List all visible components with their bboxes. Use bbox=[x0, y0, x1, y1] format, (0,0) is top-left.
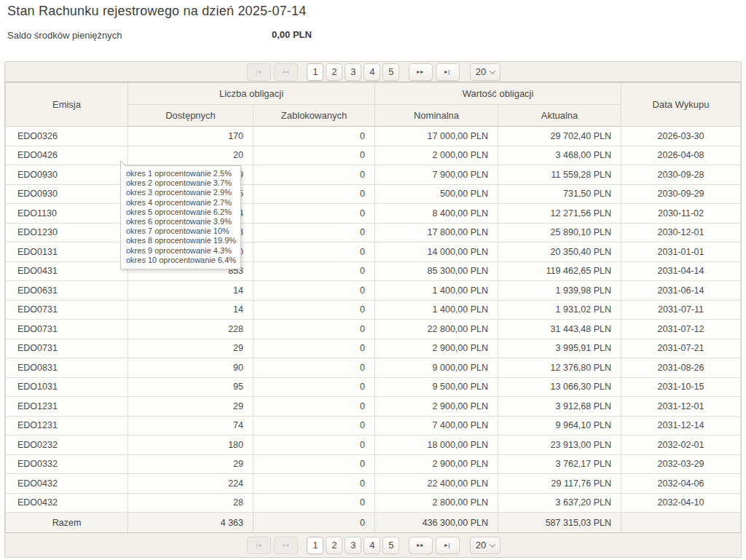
page-button-4[interactable]: 4 bbox=[364, 537, 380, 554]
page-size-dropdown[interactable]: 20 bbox=[470, 537, 500, 554]
cell-emisja: EDO1031 bbox=[6, 377, 128, 397]
seek-first-icon: |◂ bbox=[256, 68, 262, 74]
total-dostepnych: 4 363 bbox=[128, 513, 254, 533]
next-page-button[interactable]: ▸▸ bbox=[409, 537, 433, 554]
cell-zablokowanych: 0 bbox=[254, 261, 375, 281]
page-button-3[interactable]: 3 bbox=[345, 537, 361, 554]
table-row[interactable]: EDO1231 74 0 7 400,00 PLN 9 964,10 PLN 2… bbox=[6, 416, 741, 435]
cell-aktualna: 9 964,10 PLN bbox=[498, 416, 621, 435]
cell-dostepnych: 29 bbox=[128, 454, 254, 474]
cell-emisja: EDO0232 bbox=[6, 435, 128, 455]
page-size-value: 20 bbox=[476, 540, 486, 551]
tooltip-line: okres 5 oprocentowanie 6.2% bbox=[126, 208, 236, 217]
paginator-top: |◂ ◂◂ 12345 ▸▸ ▸| 20 bbox=[5, 62, 741, 82]
table-row[interactable]: EDO0731 29 0 2 900,00 PLN 3 995,91 PLN 2… bbox=[6, 339, 741, 358]
cell-data-wykupu: 2030-09-28 bbox=[621, 165, 741, 185]
page-button-2[interactable]: 2 bbox=[326, 537, 342, 554]
cell-aktualna: 119 462,65 PLN bbox=[498, 261, 621, 281]
cell-emisja: EDO0631 bbox=[6, 281, 128, 301]
page-button-5[interactable]: 5 bbox=[382, 63, 399, 81]
cell-zablokowanych: 0 bbox=[254, 377, 375, 397]
cell-data-wykupu: 2030-11-02 bbox=[621, 204, 741, 224]
table-row[interactable]: EDO1130 84 0 8 400,00 PLN 12 271,56 PLN … bbox=[6, 204, 741, 224]
total-data-wykupu bbox=[621, 513, 741, 533]
first-page-button[interactable]: |◂ bbox=[247, 537, 271, 554]
tooltip-line: okres 4 oprocentowanie 2.7% bbox=[126, 198, 236, 208]
cell-data-wykupu: 2031-07-12 bbox=[621, 320, 741, 339]
table-row[interactable]: EDO0731 14 0 1 400,00 PLN 1 931,02 PLN 2… bbox=[6, 300, 741, 320]
seek-first-icon: |◂ bbox=[256, 542, 262, 548]
total-label: Razem bbox=[6, 513, 128, 533]
cell-aktualna: 3 995,91 PLN bbox=[498, 339, 621, 358]
cell-zablokowanych: 0 bbox=[254, 397, 375, 417]
cash-balance-label: Saldo środków pieniężnych bbox=[7, 30, 122, 41]
table-row[interactable]: EDO1031 95 0 9 500,00 PLN 13 066,30 PLN … bbox=[6, 377, 741, 397]
table-row[interactable]: EDO0930 79 0 7 900,00 PLN 11 559,28 PLN … bbox=[6, 165, 741, 185]
cell-data-wykupu: 2026-04-08 bbox=[621, 146, 741, 165]
cell-zablokowanych: 0 bbox=[254, 204, 375, 224]
cell-nominalna: 22 800,00 PLN bbox=[375, 320, 498, 339]
column-header-dostepnych: Dostępnych bbox=[128, 105, 254, 127]
table-row[interactable]: EDO0930 5 0 500,00 PLN 731,50 PLN 2030-0… bbox=[6, 184, 741, 204]
cell-zablokowanych: 0 bbox=[254, 358, 375, 378]
tooltip-line: okres 8 oprocentowanie 19.9% bbox=[126, 236, 236, 245]
cell-zablokowanych: 0 bbox=[254, 493, 375, 513]
cell-aktualna: 11 559,28 PLN bbox=[498, 165, 621, 185]
cell-data-wykupu: 2032-02-01 bbox=[621, 435, 741, 455]
cell-zablokowanych: 0 bbox=[254, 127, 375, 146]
table-row[interactable]: EDO0332 29 0 2 900,00 PLN 3 762,17 PLN 2… bbox=[6, 454, 741, 474]
cell-data-wykupu: 2031-10-15 bbox=[621, 377, 741, 397]
cell-emisja: EDO0131 bbox=[6, 242, 128, 262]
cell-nominalna: 2 900,00 PLN bbox=[375, 454, 498, 474]
page-button-1[interactable]: 1 bbox=[307, 537, 323, 554]
page-button-2[interactable]: 2 bbox=[326, 63, 342, 81]
last-page-button[interactable]: ▸| bbox=[436, 63, 460, 81]
cell-dostepnych: 228 bbox=[128, 320, 254, 339]
column-group-liczba-obligacji: Liczba obligacji bbox=[128, 83, 375, 105]
page-button-3[interactable]: 3 bbox=[345, 63, 361, 81]
bonds-table: Emisja Liczba obligacji Wartość obligacj… bbox=[5, 82, 741, 532]
cell-nominalna: 7 900,00 PLN bbox=[375, 165, 498, 185]
column-group-wartosc-obligacji: Wartość obligacji bbox=[375, 83, 621, 105]
table-row[interactable]: EDO0432 224 0 22 400,00 PLN 29 117,76 PL… bbox=[6, 474, 741, 494]
bonds-table-panel: |◂ ◂◂ 12345 ▸▸ ▸| 20 Emisja Liczba oblig… bbox=[4, 61, 742, 558]
cell-aktualna: 3 912,68 PLN bbox=[498, 397, 621, 417]
first-page-button[interactable]: |◂ bbox=[247, 63, 271, 81]
table-row[interactable]: EDO0431 853 0 85 300,00 PLN 119 462,65 P… bbox=[6, 261, 741, 281]
cell-nominalna: 17 000,00 PLN bbox=[375, 127, 498, 146]
cell-data-wykupu: 2031-12-01 bbox=[621, 397, 741, 417]
cell-nominalna: 2 800,00 PLN bbox=[375, 493, 498, 513]
table-row[interactable]: EDO1230 178 0 17 800,00 PLN 25 890,10 PL… bbox=[6, 223, 741, 242]
page-size-dropdown[interactable]: 20 bbox=[470, 63, 500, 81]
column-header-data-wykupu: Data Wykupu bbox=[621, 83, 741, 127]
seek-previous-icon: ◂◂ bbox=[282, 68, 289, 74]
cell-nominalna: 7 400,00 PLN bbox=[375, 416, 498, 435]
previous-page-button[interactable]: ◂◂ bbox=[274, 63, 298, 81]
last-page-button[interactable]: ▸| bbox=[436, 537, 460, 554]
table-row[interactable]: EDO0731 228 0 22 800,00 PLN 31 443,48 PL… bbox=[6, 320, 741, 339]
page-button-1[interactable]: 1 bbox=[307, 63, 323, 81]
cell-zablokowanych: 0 bbox=[254, 339, 375, 358]
cell-emisja: EDO0431 bbox=[6, 261, 128, 281]
next-page-button[interactable]: ▸▸ bbox=[409, 63, 433, 81]
table-row[interactable]: EDO0426 20 0 2 000,00 PLN 3 468,00 PLN 2… bbox=[6, 146, 741, 165]
previous-page-button[interactable]: ◂◂ bbox=[274, 537, 298, 554]
table-row[interactable]: EDO0326 170 0 17 000,00 PLN 29 702,40 PL… bbox=[6, 127, 741, 146]
total-aktualna: 587 315,03 PLN bbox=[498, 513, 621, 533]
cell-zablokowanych: 0 bbox=[254, 184, 375, 204]
page-buttons: 12345 bbox=[306, 63, 401, 81]
cell-nominalna: 1 400,00 PLN bbox=[375, 300, 498, 320]
table-row[interactable]: EDO0631 14 0 1 400,00 PLN 1 939,98 PLN 2… bbox=[6, 281, 741, 301]
cell-dostepnych: 95 bbox=[128, 377, 254, 397]
table-row[interactable]: EDO0131 140 0 14 000,00 PLN 20 350,40 PL… bbox=[6, 242, 741, 262]
table-row[interactable]: EDO1231 29 0 2 900,00 PLN 3 912,68 PLN 2… bbox=[6, 397, 741, 417]
cell-data-wykupu: 2031-06-14 bbox=[621, 281, 741, 301]
cell-aktualna: 20 350,40 PLN bbox=[498, 242, 621, 262]
page-button-5[interactable]: 5 bbox=[382, 537, 399, 554]
table-row[interactable]: EDO0232 180 0 18 000,00 PLN 23 913,00 PL… bbox=[6, 435, 741, 455]
page-button-4[interactable]: 4 bbox=[364, 63, 380, 81]
cell-dostepnych: 90 bbox=[128, 358, 254, 378]
table-row[interactable]: EDO0831 90 0 9 000,00 PLN 12 376,80 PLN … bbox=[6, 358, 741, 378]
table-row[interactable]: EDO0432 28 0 2 800,00 PLN 3 637,20 PLN 2… bbox=[6, 493, 741, 513]
column-header-aktualna: Aktualna bbox=[498, 105, 621, 127]
